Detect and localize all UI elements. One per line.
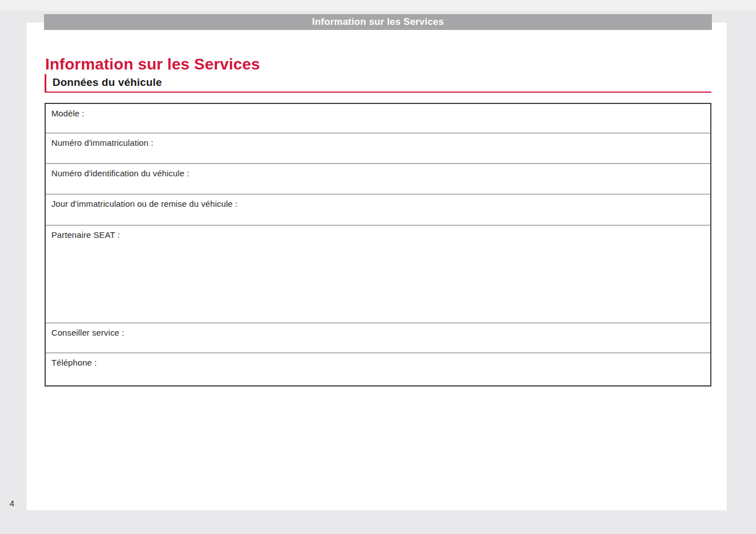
page-title: Information sur les Services <box>45 56 260 72</box>
section-title: Données du véhicule <box>46 74 711 90</box>
row-label: Numéro d'identification du véhicule : <box>51 168 189 178</box>
row-label: Numéro d'immatriculation : <box>51 138 154 147</box>
viewer-top-strip <box>0 0 756 11</box>
vehicle-data-table: Modèle : Numéro d'immatriculation : Numé… <box>45 103 711 387</box>
table-row-service-advisor: Conseiller service : <box>46 323 710 353</box>
running-header: Information sur les Services <box>44 14 712 30</box>
row-label: Partenaire SEAT : <box>51 230 120 240</box>
table-row-registration-date: Jour d'immatriculation ou de remise du v… <box>46 194 710 225</box>
row-label: Conseiller service : <box>51 328 124 337</box>
table-row-seat-partner: Partenaire SEAT : <box>46 225 710 323</box>
table-row-registration-number: Numéro d'immatriculation : <box>46 133 710 164</box>
page-number: 4 <box>10 498 14 509</box>
table-row-telephone: Téléphone : <box>46 353 710 385</box>
table-row-model: Modèle : <box>46 104 710 133</box>
row-label: Modèle : <box>51 108 84 118</box>
section-heading: Données du véhicule <box>45 74 711 93</box>
table-row-vin: Numéro d'identification du véhicule : <box>46 164 710 194</box>
row-label: Jour d'immatriculation ou de remise du v… <box>51 199 238 209</box>
row-label: Téléphone : <box>51 358 97 367</box>
